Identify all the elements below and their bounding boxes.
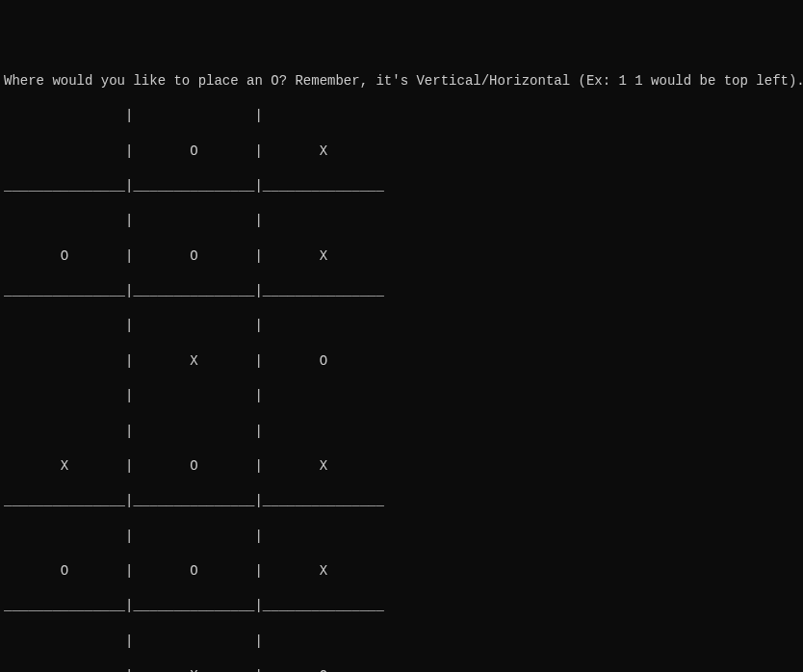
board2-row3-top: | | <box>4 633 799 650</box>
board2-row2-top: | | <box>4 528 799 545</box>
board1-row3-cells: | X | O <box>4 352 799 370</box>
board1-row2-bot: _______________|_______________|________… <box>4 282 799 299</box>
board1-row2-cells: O | O | X <box>4 247 799 265</box>
board1-row1-bot: _______________|_______________|________… <box>4 177 799 194</box>
board2-row1-top: | | <box>4 423 799 440</box>
board2-row2-bot: _______________|_______________|________… <box>4 597 799 614</box>
board2-row3-cells: | X | O <box>4 667 799 672</box>
board1-row2-top: | | <box>4 212 799 229</box>
board1-row3-top: | | <box>4 317 799 334</box>
board2-row1-bot: _______________|_______________|________… <box>4 492 799 509</box>
board2-row1-cells: X | O | X <box>4 457 799 475</box>
board1-row1-top: | | <box>4 107 799 124</box>
board2-row2-cells: O | O | X <box>4 562 799 580</box>
prompt-place-o-1: Where would you like to place an O? Reme… <box>4 72 799 90</box>
board1-row1-cells: | O | X <box>4 142 799 160</box>
board1-row3-bot: | | <box>4 387 799 404</box>
